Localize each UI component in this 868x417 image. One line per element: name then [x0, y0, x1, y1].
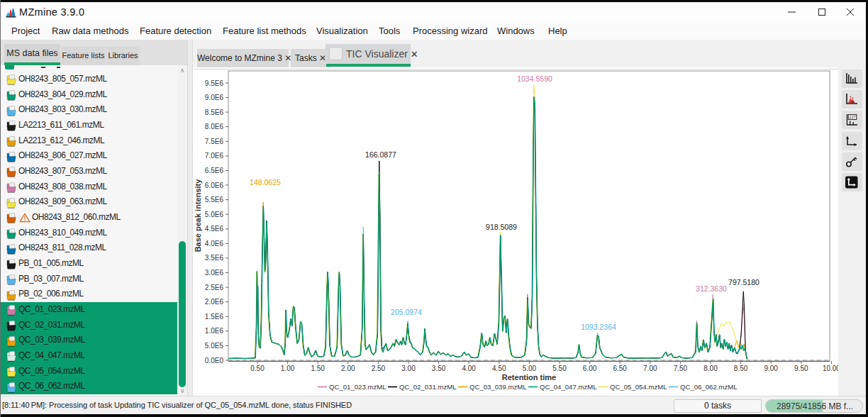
svg-text:6.00: 6.00 — [583, 365, 597, 372]
svg-text:797.5180: 797.5180 — [728, 278, 760, 287]
svg-text:7.5E6: 7.5E6 — [205, 138, 224, 145]
svg-text:9.00: 9.00 — [764, 365, 778, 372]
svg-text:9.5E6: 9.5E6 — [205, 79, 224, 87]
svg-text:9.0E6: 9.0E6 — [205, 94, 224, 101]
svg-text:1034.5590: 1034.5590 — [517, 74, 552, 83]
svg-text:1.50: 1.50 — [311, 365, 325, 372]
svg-text:5.0E6: 5.0E6 — [205, 211, 224, 218]
svg-text:2.5E6: 2.5E6 — [205, 284, 224, 291]
svg-text:0.0E0: 0.0E0 — [205, 357, 224, 365]
svg-text:1093.2364: 1093.2364 — [581, 323, 616, 331]
svg-text:5.00: 5.00 — [523, 365, 537, 372]
svg-text:Retention time: Retention time — [502, 373, 556, 382]
svg-text:3.50: 3.50 — [432, 365, 446, 372]
svg-text:7.00: 7.00 — [643, 365, 657, 372]
svg-text:4.00: 4.00 — [462, 365, 476, 372]
svg-text:4.5E6: 4.5E6 — [205, 225, 224, 233]
svg-text:3.5E6: 3.5E6 — [205, 254, 224, 262]
svg-text:3.0E6: 3.0E6 — [205, 269, 224, 277]
svg-text:3.00: 3.00 — [401, 365, 416, 372]
svg-text:0.50: 0.50 — [250, 365, 265, 372]
svg-text:166.0877: 166.0877 — [365, 150, 396, 159]
svg-text:5.50: 5.50 — [552, 365, 567, 372]
svg-text:4.0E6: 4.0E6 — [205, 240, 224, 248]
svg-text:2.50: 2.50 — [372, 365, 386, 372]
svg-text:5.0E5: 5.0E5 — [205, 342, 224, 350]
svg-text:8.0E6: 8.0E6 — [205, 123, 224, 130]
svg-text:6.5E6: 6.5E6 — [205, 167, 224, 174]
svg-text:Base peak intensity: Base peak intensity — [194, 179, 202, 252]
svg-text:QC_06_062.mzML: QC_06_062.mzML — [680, 383, 738, 391]
svg-text:1.00: 1.00 — [281, 365, 295, 372]
svg-text:2.0E6: 2.0E6 — [205, 298, 224, 306]
svg-text:QC_04_047.mzML: QC_04_047.mzML — [540, 383, 597, 391]
svg-text:148.0625: 148.0625 — [250, 178, 281, 187]
svg-text:7.0E6: 7.0E6 — [205, 152, 224, 160]
svg-text:1.0E6: 1.0E6 — [205, 327, 224, 335]
svg-text:7.50: 7.50 — [674, 365, 688, 372]
svg-text:QC_01_023.mzML: QC_01_023.mzML — [329, 383, 386, 391]
svg-text:227: 227 — [849, 115, 855, 119]
svg-text:312.3630: 312.3630 — [696, 284, 727, 293]
svg-text:QC_03_039.mzML: QC_03_039.mzML — [469, 383, 527, 391]
svg-text:5.5E6: 5.5E6 — [205, 196, 224, 204]
svg-text:8.5E6: 8.5E6 — [205, 109, 224, 116]
svg-text:8.50: 8.50 — [734, 365, 748, 372]
svg-text:8.00: 8.00 — [703, 365, 718, 372]
svg-text:QC_02_031.mzML: QC_02_031.mzML — [399, 383, 457, 391]
svg-text:1.5E6: 1.5E6 — [205, 313, 224, 321]
svg-text:QC_05_054.mzML: QC_05_054.mzML — [610, 383, 667, 391]
svg-text:205.0974: 205.0974 — [391, 308, 422, 316]
svg-text:918.5089: 918.5089 — [486, 223, 517, 231]
svg-text:6.50: 6.50 — [613, 365, 627, 372]
svg-text:9.50: 9.50 — [794, 365, 808, 372]
svg-text:2.00: 2.00 — [341, 365, 355, 372]
svg-text:6.0E6: 6.0E6 — [205, 182, 224, 189]
svg-text:10.00: 10.00 — [823, 365, 838, 372]
svg-text:4.50: 4.50 — [492, 365, 506, 372]
